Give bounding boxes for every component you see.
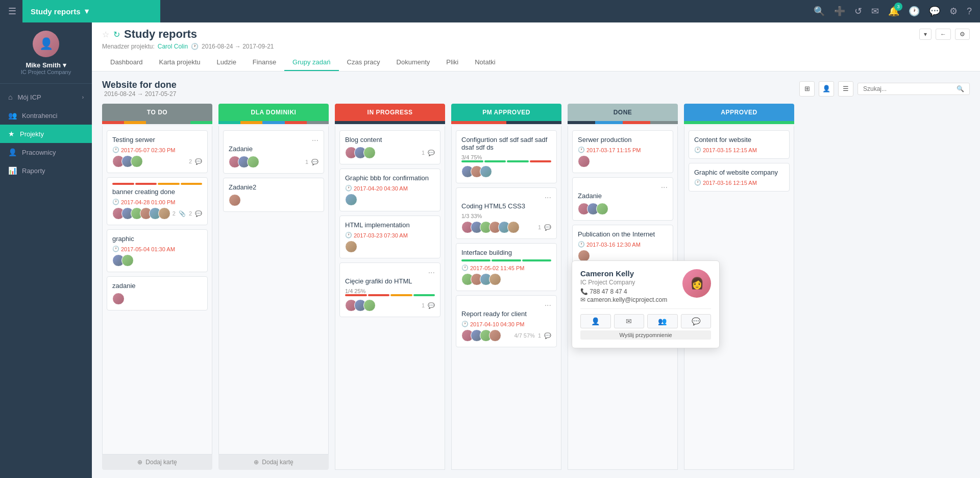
card-coding[interactable]: ··· Coding HTML5 CSS3 1/3 33% (456, 187, 557, 239)
project-header: ☆ ↻ Study reports ▾ ← ⚙ Menadzer projekt… (92, 22, 980, 71)
tab-notatki[interactable]: Notatki (467, 54, 503, 71)
cameron-actions: 👤 ✉ 👥 💬 (580, 308, 711, 328)
done-progress (568, 121, 678, 124)
sidebar-item-kontrahenci[interactable]: 👥 Kontrahenci (0, 106, 92, 125)
col-header-approved: APPROVED (684, 104, 794, 121)
col-dominika: DLA DOMINIKI ··· Zadanie (218, 104, 329, 470)
manager-link[interactable]: Carol Colin (158, 43, 188, 50)
home-icon: ⌂ (8, 93, 12, 101)
cameron-phone: 788 47 8 47 4 (590, 288, 627, 295)
col-header-todo: TO DO (102, 104, 212, 121)
clock-icon[interactable]: 🕐 (909, 6, 920, 17)
mail-icon[interactable]: ✉ (871, 6, 879, 17)
add-card-todo[interactable]: ⊕ Dodaj kartę (102, 455, 212, 470)
card-banner[interactable]: banner creating done 🕐2017-04-28 01:00 P… (107, 177, 208, 225)
card-graphic-website[interactable]: Graphic of website company 🕐2017-03-16 1… (689, 163, 790, 192)
add-icon[interactable]: ➕ (834, 6, 845, 17)
chevron-right-icon: › (82, 94, 84, 100)
board-dates: 2016-08-24 → 2017-05-27 (104, 90, 177, 98)
card-zadanie2[interactable]: Zadanie2 (223, 178, 324, 212)
col-body-todo: Testing serwer 🕐2017-05-07 02:30 PM 2💬 (102, 126, 212, 455)
tab-grupy[interactable]: Grupy zadań (284, 54, 338, 71)
config-btn[interactable]: ⚙ (955, 29, 970, 40)
dropdown-btn[interactable]: ▾ (919, 29, 932, 40)
tab-dokumenty[interactable]: Dokumenty (388, 54, 438, 71)
tabs-bar: Dashboard Karta projektu Ludzie Finanse … (102, 54, 970, 71)
tab-czas[interactable]: Czas pracy (339, 54, 388, 71)
card-zadanie-todo[interactable]: zadanie (107, 276, 208, 310)
history-icon[interactable]: ↺ (854, 6, 862, 17)
tab-dashboard[interactable]: Dashboard (102, 54, 151, 71)
report-icon: 📊 (8, 166, 17, 175)
notif-badge: 3 (894, 3, 902, 11)
card-html-impl[interactable]: HTML implementation 🕐2017-03-23 07:30 AM (339, 216, 440, 258)
col-header-pmapproved: PM APPROVED (451, 104, 561, 121)
tab-pliki[interactable]: Pliki (438, 54, 467, 71)
col-body-inprogress: Blog content 1💬 Graphi (335, 126, 445, 470)
tab-karta[interactable]: Karta projektu (151, 54, 209, 71)
col-header-dominika: DLA DOMINIKI (218, 104, 329, 121)
nav-project-title-text: Study reports (31, 7, 81, 16)
sidebar-item-raporty[interactable]: 📊 Raporty (0, 161, 92, 180)
card-blog[interactable]: Blog content 1💬 (339, 130, 440, 164)
cameron-email-btn[interactable]: ✉ (614, 314, 645, 328)
search-icon[interactable]: 🔍 (814, 6, 825, 17)
col-body-pmapproved: Configurtion sdf sdf sadf sadf dsaf sdf … (451, 126, 561, 470)
settings-icon[interactable]: ⚙ (949, 6, 958, 17)
todo-progress (102, 121, 212, 124)
card-graphic-bbb[interactable]: Graphic bbb for confirmation 🕐2017-04-20… (339, 169, 440, 211)
card-testing-serwer[interactable]: Testing serwer 🕐2017-05-07 02:30 PM 2💬 (107, 130, 208, 173)
card-zadanie-dom[interactable]: ··· Zadanie 1💬 (223, 130, 324, 174)
hamburger-icon[interactable]: ☰ (8, 6, 16, 17)
main-layout: 👤 Mike Smith ▾ IC Project Company ⌂ Mój … (0, 22, 980, 478)
cameron-profile-btn[interactable]: 👤 (580, 314, 611, 328)
project-meta: Menadzer projektu: Carol Colin 🕐 2016-08… (102, 43, 970, 50)
kanban-toolbar: Website for done 2016-08-24 → 2017-05-27… (102, 80, 970, 98)
add-card-dominika[interactable]: ⊕ Dodaj kartę (218, 455, 329, 470)
sidebar-menu: ⌂ Mój ICP › 👥 Kontrahenci ★ Projekty 👤 P… (0, 84, 92, 478)
person-filter-btn[interactable]: 👤 (819, 81, 834, 97)
card-report-ready[interactable]: ··· Report ready for client 🕐2017-04-10 … (456, 295, 557, 347)
card-serwer-prod[interactable]: Serwer production 🕐2017-03-17 11:15 PM (572, 130, 673, 173)
nav-project-title[interactable]: Study reports ▾ (22, 0, 160, 22)
search-input[interactable] (863, 85, 953, 92)
company-label: IC Project Company (21, 69, 71, 75)
chat-icon[interactable]: 💬 (929, 6, 940, 17)
tab-finanse[interactable]: Finanse (244, 54, 284, 71)
sidebar-item-projekty[interactable]: ★ Projekty (0, 125, 92, 143)
card-graphic[interactable]: graphic 🕐2017-05-04 01:30 AM (107, 229, 208, 272)
table-view-btn[interactable]: ☰ (838, 81, 853, 97)
star-icon[interactable]: ☆ (102, 30, 109, 39)
card-content-website[interactable]: Content for website 🕐2017-03-15 12:15 AM (689, 130, 790, 159)
board-title: Website for done (102, 80, 177, 90)
plus-icon: ⊕ (254, 459, 259, 466)
plus-icon: ⊕ (137, 459, 142, 466)
card-ciecie[interactable]: ··· Cięcie grafiki do HTML 1/4 25% (339, 262, 440, 317)
card-interface[interactable]: Interface building 🕐2017-05-02 11:45 PM (456, 243, 557, 291)
notifications-icon[interactable]: 🔔 3 (888, 6, 899, 17)
cameron-group-btn[interactable]: 👥 (647, 314, 678, 328)
sidebar-item-moj-icp[interactable]: ⌂ Mój ICP › (0, 88, 92, 106)
username[interactable]: Mike Smith ▾ (26, 61, 66, 69)
avatar: 👤 (33, 31, 59, 57)
help-icon[interactable]: ? (967, 6, 972, 17)
worker-icon: 👤 (8, 148, 17, 156)
sidebar-user: 👤 Mike Smith ▾ IC Project Company (0, 22, 92, 84)
cameron-chat-btn[interactable]: 💬 (681, 314, 712, 328)
content-area: ☆ ↻ Study reports ▾ ← ⚙ Menadzer projekt… (92, 22, 980, 478)
pmapproved-progress (451, 121, 561, 124)
back-btn[interactable]: ← (936, 29, 951, 40)
project-date-range: 2016-08-24 → 2017-09-21 (202, 43, 274, 50)
card-configuration[interactable]: Configurtion sdf sdf sadf sadf dsaf sdf … (456, 130, 557, 183)
group-view-btn[interactable]: ⊞ (799, 81, 815, 97)
card-zadanie-done[interactable]: ··· Zadanie (572, 177, 673, 221)
approved-progress (684, 121, 794, 124)
tab-ludzie[interactable]: Ludzie (209, 54, 244, 71)
col-pmapproved: PM APPROVED Configurtion sdf sdf sadf sa… (451, 104, 561, 470)
nav-dropdown-icon: ▾ (85, 7, 89, 16)
contacts-icon: 👥 (8, 111, 17, 119)
reload-icon[interactable]: ↻ (113, 30, 120, 39)
sidebar: 👤 Mike Smith ▾ IC Project Company ⌂ Mój … (0, 22, 92, 478)
sidebar-item-pracownicy[interactable]: 👤 Pracownicy (0, 143, 92, 161)
page-title: Study reports (124, 28, 197, 41)
